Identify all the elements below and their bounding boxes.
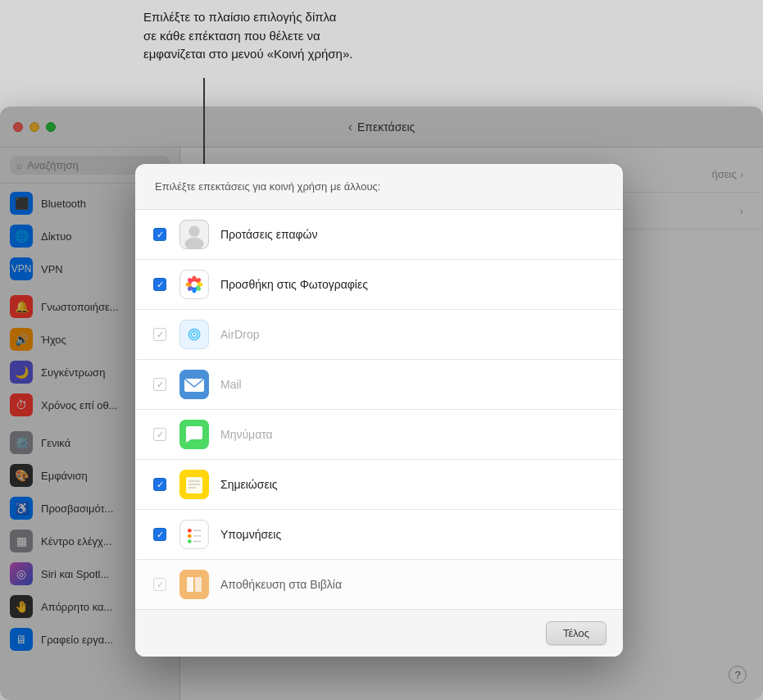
checkbox-light-icon: ✓ xyxy=(153,378,166,391)
list-item[interactable]: ✓ Σημειώσεις xyxy=(135,460,623,510)
modal-list: ✓ Προτάσεις επαφών ✓ xyxy=(135,209,623,609)
checkbox-checked-icon: ✓ xyxy=(153,478,166,491)
svg-rect-21 xyxy=(186,477,202,493)
svg-rect-32 xyxy=(179,570,209,599)
checkbox-mail[interactable]: ✓ xyxy=(152,378,168,391)
list-item[interactable]: ✓ Αποθήκευση στα Βιβλία xyxy=(135,560,623,609)
list-item[interactable]: ✓ xyxy=(135,260,623,310)
item-name-photos: Προσθήκη στις Φωτογραφίες xyxy=(220,278,606,291)
svg-rect-34 xyxy=(195,577,202,592)
modal-footer: Τέλος xyxy=(135,609,623,657)
checkbox-contacts[interactable]: ✓ xyxy=(152,228,168,241)
list-item[interactable]: ✓ AirDrop xyxy=(135,310,623,360)
checkbox-light-icon: ✓ xyxy=(153,328,166,341)
reminders-app-icon xyxy=(179,520,209,549)
list-item[interactable]: ✓ Μηνύματα xyxy=(135,410,623,460)
photos-app-icon xyxy=(179,270,209,299)
annotation-line xyxy=(203,78,205,168)
list-item[interactable]: ✓ Προτάσεις επαφών xyxy=(135,210,623,260)
svg-point-30 xyxy=(188,539,192,543)
item-name-mail: Mail xyxy=(220,378,606,391)
svg-point-16 xyxy=(193,334,196,336)
checkbox-notes[interactable]: ✓ xyxy=(152,478,168,491)
list-item[interactable]: ✓ Mail xyxy=(135,360,623,410)
checkbox-photos[interactable]: ✓ xyxy=(152,278,168,291)
checkbox-light-icon: ✓ xyxy=(153,578,166,591)
checkbox-checked-icon: ✓ xyxy=(153,278,166,291)
svg-point-1 xyxy=(188,226,199,237)
mail-app-icon xyxy=(179,370,209,399)
airdrop-app-icon xyxy=(179,320,209,349)
modal-description: Επιλέξτε επεκτάσεις για κοινή χρήση με ά… xyxy=(155,180,603,193)
checkbox-airdrop[interactable]: ✓ xyxy=(152,328,168,341)
contacts-app-icon xyxy=(179,220,209,249)
notes-app-icon xyxy=(179,470,209,499)
svg-point-28 xyxy=(188,534,192,539)
checkbox-checked-icon: ✓ xyxy=(153,528,166,541)
item-name-notes: Σημειώσεις xyxy=(220,478,606,491)
checkbox-messages[interactable]: ✓ xyxy=(152,428,168,441)
done-button[interactable]: Τέλος xyxy=(546,621,606,645)
checkbox-checked-icon: ✓ xyxy=(153,228,166,241)
svg-rect-33 xyxy=(187,577,193,592)
checkbox-light-icon: ✓ xyxy=(153,428,166,441)
item-name-books: Αποθήκευση στα Βιβλία xyxy=(220,578,606,591)
svg-point-12 xyxy=(191,281,198,288)
annotation-text: Επιλέξτε το πλαίσιο επιλογής δίπλα σε κά… xyxy=(143,8,422,64)
modal-header: Επιλέξτε επεκτάσεις για κοινή χρήση με ά… xyxy=(135,164,623,209)
checkbox-reminders[interactable]: ✓ xyxy=(152,528,168,541)
svg-point-26 xyxy=(188,529,192,533)
list-item[interactable]: ✓ Υπομνήσεις xyxy=(135,510,623,560)
messages-app-icon xyxy=(179,420,209,449)
item-name-reminders: Υπομνήσεις xyxy=(220,528,606,541)
svg-rect-25 xyxy=(180,520,208,548)
item-name-messages: Μηνύματα xyxy=(220,428,606,441)
item-name-contacts: Προτάσεις επαφών xyxy=(220,228,606,241)
modal-dialog: Επιλέξτε επεκτάσεις για κοινή χρήση με ά… xyxy=(135,164,623,657)
books-app-icon xyxy=(179,570,209,599)
item-name-airdrop: AirDrop xyxy=(220,328,606,341)
checkbox-books[interactable]: ✓ xyxy=(152,578,168,591)
